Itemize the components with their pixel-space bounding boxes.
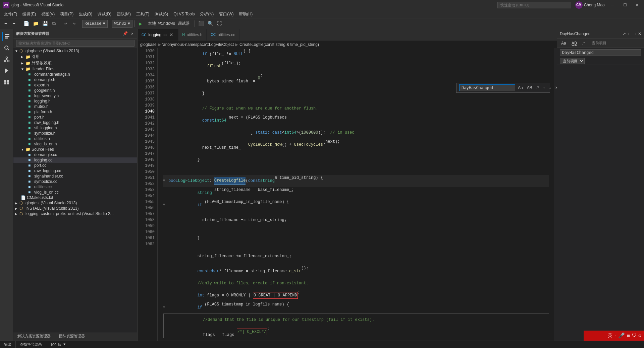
find-close-btn[interactable]: ✕ — [554, 84, 557, 91]
tree-cmakelists[interactable]: 📄CMakeLists.txt — [13, 195, 137, 200]
fold-1034[interactable] — [163, 106, 168, 112]
fold-1041[interactable] — [163, 190, 168, 196]
tree-raw-logging[interactable]: ■raw_logging.h — [13, 120, 137, 125]
tree-mutex[interactable]: ■mutex.h — [13, 104, 137, 109]
toolbar-forward-btn[interactable]: ➡ — [10, 20, 18, 28]
run-button[interactable]: ▶ — [137, 20, 144, 28]
fold-1030[interactable] — [163, 51, 168, 57]
tree-port-h[interactable]: ■port.h — [13, 115, 137, 120]
tree-signalhandler[interactable]: ■signalhandler.cc — [13, 173, 137, 179]
toolbar-saveall-btn[interactable]: ⧉ — [50, 20, 58, 28]
minimize-button[interactable]: ─ — [609, 0, 617, 10]
fold-1049[interactable]: ▽ — [163, 304, 168, 310]
fold-1044[interactable] — [163, 235, 168, 241]
fold-1039[interactable] — [163, 169, 168, 175]
tree-logging-cc[interactable]: ■logging.cc — [13, 157, 137, 163]
rp-prev-btn[interactable]: ← — [627, 31, 631, 36]
zoom-arrow[interactable]: ▼ — [63, 343, 65, 346]
fold-1043[interactable] — [163, 217, 168, 223]
toolbar-undo-btn[interactable]: ↩ — [62, 20, 69, 28]
toolbar-back-btn[interactable]: ⬅ — [2, 20, 9, 28]
platform-dropdown[interactable]: Win32 ▼ — [112, 20, 132, 28]
find-prev-btn[interactable]: ↑ — [542, 84, 546, 91]
breadcrumb-func[interactable]: CreateLogfile(const string & time_pid_st… — [239, 42, 319, 47]
tree-googleinit[interactable]: ■googleinit.h — [13, 88, 137, 93]
find-word-btn[interactable]: AB — [526, 84, 534, 91]
toolbar-save-btn[interactable]: 💾 — [41, 20, 49, 28]
menu-tools[interactable]: 工具(T) — [133, 10, 152, 18]
sougou-icon2[interactable]: 🎤 — [618, 332, 625, 339]
menu-project[interactable]: 项目(P) — [57, 10, 76, 18]
sidebar-pin-btn[interactable]: 📌 — [122, 31, 129, 36]
rp-search-input[interactable] — [560, 49, 641, 56]
fold-1047[interactable] — [163, 280, 168, 286]
explorer-icon[interactable] — [2, 32, 11, 41]
tree-logging-h[interactable]: ■logging.h — [13, 98, 137, 104]
tab-utilities-h[interactable]: H utilities.h — [178, 29, 207, 41]
toolbar-misc1[interactable]: 🔍 — [206, 20, 215, 28]
tree-stl-logging[interactable]: ■stl_logging.h — [13, 125, 137, 131]
sougou-icon5[interactable]: ⚙ — [639, 333, 641, 339]
tree-logging-custom[interactable]: ▶ ⬡ logging_custom_prefix_unittest (Visu… — [13, 211, 137, 216]
menu-analyze[interactable]: 分析(N) — [197, 10, 216, 18]
find-next-btn[interactable]: ↓ — [548, 84, 552, 91]
fold-1042[interactable]: ▽ — [163, 202, 168, 208]
scope-select[interactable]: 当前项目 — [560, 58, 585, 64]
toolbar-breakpoints-btn[interactable]: ⬛ — [197, 20, 205, 28]
tree-commandlineflags[interactable]: ■commandlineflags.h — [13, 72, 137, 77]
tab-output[interactable]: 输出 — [0, 341, 16, 348]
extensions-icon[interactable] — [2, 77, 11, 87]
sougou-icon4[interactable]: 🛡 — [632, 333, 637, 338]
find-case-btn[interactable]: Aa — [517, 84, 524, 91]
maximize-button[interactable]: □ — [621, 0, 629, 10]
tree-item-external[interactable]: ▶ 📁 外部依赖项 — [13, 60, 137, 66]
breadcrumb-glogbase[interactable]: glogbase — [140, 42, 157, 47]
git-icon[interactable] — [2, 55, 11, 64]
tree-item-header-files[interactable]: ▼ 📁 Header Files — [13, 66, 137, 72]
rp-pin-btn[interactable]: ↗ — [623, 31, 626, 36]
tab-solution-explorer[interactable]: 解决方案资源管理器 — [13, 333, 55, 341]
menu-file[interactable]: 文件(F) — [1, 10, 20, 18]
fold-1035[interactable] — [163, 118, 168, 124]
menu-debug[interactable]: 调试(D) — [95, 10, 114, 18]
sidebar-close-btn[interactable]: ✕ — [130, 31, 135, 36]
menu-help[interactable]: 帮助(H) — [236, 10, 255, 18]
fold-1033[interactable] — [163, 90, 168, 96]
rp-close-btn[interactable]: ✕ — [638, 31, 641, 36]
menu-test[interactable]: 测试(S) — [152, 10, 171, 18]
tree-install[interactable]: ▶ ⬡ INSTALL (Visual Studio 2013) — [13, 206, 137, 211]
debug-icon[interactable] — [2, 66, 11, 75]
tree-vlog-is-on-cc[interactable]: ■vlog_is_on.cc — [13, 190, 137, 195]
logging-cc-tab-close[interactable]: ✕ — [169, 32, 174, 38]
tree-log-severity[interactable]: ■log_severity.h — [13, 93, 137, 98]
fold-1051[interactable] — [164, 329, 168, 335]
tree-source-files[interactable]: ▼ 📁 Source Files — [13, 147, 137, 152]
search-sidebar-icon[interactable] — [2, 43, 11, 53]
tree-symbolize-cc[interactable]: ■symbolize.cc — [13, 179, 137, 184]
run-label[interactable]: 本地 Windows 调试器 — [145, 20, 193, 28]
find-regex-btn[interactable]: .* — [535, 84, 540, 91]
find-input[interactable] — [459, 84, 515, 91]
tree-raw-logging-cc[interactable]: ■raw_logging.cc — [13, 168, 137, 173]
fold-1050[interactable] — [164, 317, 168, 323]
tree-demangle-h[interactable]: ■demangle.h — [13, 77, 137, 82]
tree-port-cc[interactable]: ■port.cc — [13, 163, 137, 168]
tree-root[interactable]: ▼ ⬡ glogbase (Visual Studio 2013) — [13, 48, 137, 54]
menu-window[interactable]: 窗口(W) — [216, 10, 236, 18]
toolbar-redo-btn[interactable]: ↪ — [70, 20, 78, 28]
fold-1048[interactable] — [163, 292, 168, 298]
menu-team[interactable]: 团队(M) — [114, 10, 133, 18]
toolbar-misc2[interactable]: ⛶ — [216, 20, 223, 28]
fold-1040[interactable]: ▽ — [163, 178, 168, 184]
tree-vlog-is-on-h[interactable]: ■vlog_is_on.h — [13, 141, 137, 147]
toolbar-open-btn[interactable]: 📁 — [32, 20, 40, 28]
sougou-icon3[interactable]: ⊞ — [627, 333, 630, 339]
fold-1032[interactable] — [163, 75, 168, 81]
tree-utilities-h[interactable]: ■utilities.h — [13, 136, 137, 141]
fold-1037[interactable] — [163, 142, 168, 148]
editor-scrollbar[interactable] — [554, 48, 557, 341]
tree-utilities-cc[interactable]: ■utilities.cc — [13, 184, 137, 190]
toolbar-new-btn[interactable]: 📄 — [22, 20, 31, 28]
rp-next-btn[interactable]: → — [633, 31, 637, 36]
tab-utilities-cc[interactable]: CC utilities.cc — [207, 29, 239, 41]
